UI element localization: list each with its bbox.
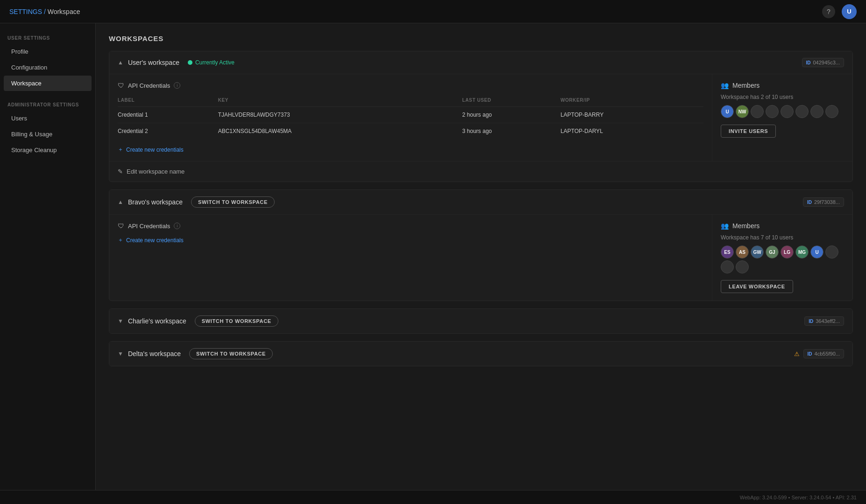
users-label: Users [11, 115, 27, 122]
member-avatars-users: U NW [721, 105, 844, 118]
avatar-empty-2 [766, 105, 779, 118]
avatar-GW: GW [751, 245, 764, 259]
avatar-empty-6 [825, 105, 838, 118]
sidebar-item-storage[interactable]: Storage Cleanup [4, 142, 92, 158]
workspace-status-active: Currently Active [188, 59, 234, 66]
admin-settings-section-label: ADMINISTRATOR SETTINGS [0, 98, 95, 110]
workspace-id-users: 042945c3... [813, 60, 840, 65]
layout: USER SETTINGS Profile Configuration Work… [0, 23, 866, 504]
col-last-used: LAST USED [462, 96, 561, 107]
avatar-AS: AS [736, 245, 749, 259]
delta-header-right: ⚠ ID 4cb55f90... [794, 349, 844, 358]
sidebar-item-users[interactable]: Users [4, 111, 92, 126]
id-label-charlie: ID [809, 319, 813, 324]
plus-icon: ＋ [118, 146, 123, 154]
chevron-up-icon-users[interactable]: ▲ [118, 59, 123, 66]
status-dot [188, 60, 192, 65]
topbar-breadcrumb: SETTINGS / Workspace [9, 8, 80, 15]
api-cred-header-bravo: 🛡 API Credentials i [118, 222, 703, 230]
switch-to-workspace-delta[interactable]: SWITCH TO WORKSPACE [189, 348, 273, 359]
create-credentials-link-bravo[interactable]: ＋ Create new credentials [118, 236, 703, 244]
chevron-up-icon-bravo[interactable]: ▲ [118, 199, 123, 205]
workspace-id-badge-charlie: ID 3643eff2... [804, 316, 844, 326]
main-content: WORKSPACES ▲ User's workspace Currently … [96, 23, 866, 504]
sidebar-item-configuration[interactable]: Configuration [4, 60, 92, 75]
people-icon-bravo: 👥 [721, 222, 729, 230]
billing-label: Billing & Usage [11, 131, 52, 138]
workspace-body-bravo: 🛡 API Credentials i ＋ Create new credent… [109, 214, 852, 301]
cred2-label: Credential 2 [118, 123, 218, 140]
workspace-card-users: ▲ User's workspace Currently Active ID 0… [109, 51, 853, 182]
workspace-name-bravo: Bravo's workspace [128, 198, 183, 206]
avatar-empty-b1 [825, 245, 838, 259]
workspace-card-bravo: ▲ Bravo's workspace SWITCH TO WORKSPACE … [109, 189, 853, 301]
switch-to-workspace-charlie[interactable]: SWITCH TO WORKSPACE [195, 315, 278, 327]
create-credentials-link-users[interactable]: ＋ Create new credentials [118, 146, 703, 154]
plus-icon-bravo: ＋ [118, 236, 123, 244]
chevron-down-icon-delta[interactable]: ▼ [118, 350, 123, 357]
info-icon-bravo[interactable]: i [174, 223, 180, 229]
credentials-table: LABEL KEY LAST USED WORKER/IP Credential… [118, 96, 703, 139]
footer-text: WebApp: 3.24.0-599 • Server: 3.24.0-54 •… [740, 495, 857, 500]
workspace-id-charlie: 3643eff2... [816, 318, 840, 324]
current-page-label: Workspace [48, 8, 80, 15]
avatar-U-bravo: U [810, 245, 823, 259]
workspace-id-badge-bravo: ID 29f73038... [803, 197, 844, 207]
members-count-bravo: Workspace has 7 of 10 users [721, 234, 844, 241]
id-label-delta: ID [808, 351, 812, 357]
avatar-NW: NW [736, 105, 749, 118]
help-icon[interactable]: ? [822, 5, 835, 18]
edit-name-label: Edit workspace name [127, 168, 185, 175]
workspace-header-bravo: ▲ Bravo's workspace SWITCH TO WORKSPACE … [109, 190, 852, 214]
topbar: SETTINGS / Workspace ? U [0, 0, 866, 23]
sidebar-item-profile[interactable]: Profile [4, 44, 92, 59]
col-key: KEY [218, 96, 462, 107]
member-avatars-bravo: ES AS GW GJ LG MG U [721, 245, 844, 273]
cred2-worker: LAPTOP-DARYL [561, 123, 703, 140]
breadcrumb-separator: / [42, 8, 48, 15]
topbar-icons: ? U [822, 4, 857, 19]
members-heading-bravo: Members [732, 222, 760, 230]
members-count-users: Workspace has 2 of 10 users [721, 94, 844, 100]
avatar-GJ: GJ [766, 245, 779, 259]
chevron-down-icon-charlie[interactable]: ▼ [118, 318, 123, 324]
workspace-name-delta: Delta's workspace [128, 350, 181, 357]
info-icon[interactable]: i [174, 82, 180, 89]
avatar-empty-b3 [736, 260, 749, 273]
switch-to-workspace-bravo[interactable]: SWITCH TO WORKSPACE [191, 196, 275, 208]
avatar-empty-4 [795, 105, 809, 118]
user-avatar[interactable]: U [842, 4, 857, 19]
credential-row-2: Credential 2 ABC1XNSGL54D8LAW45MA 3 hour… [118, 123, 703, 140]
id-label-bravo: ID [807, 200, 812, 205]
workspace-header-charlie: ▼ Charlie's workspace SWITCH TO WORKSPAC… [109, 309, 852, 333]
workspace-header-delta: ▼ Delta's workspace SWITCH TO WORKSPACE … [109, 342, 852, 366]
workspace-card-charlie: ▼ Charlie's workspace SWITCH TO WORKSPAC… [109, 308, 853, 334]
storage-label: Storage Cleanup [11, 147, 57, 154]
cred1-key: TJAHLVDER8LAWDGY7373 [218, 107, 462, 123]
shield-icon: 🛡 [118, 82, 124, 89]
shield-icon-bravo: 🛡 [118, 222, 124, 230]
workspace-body-users: 🛡 API Credentials i LABEL KEY LAST USED … [109, 74, 852, 161]
profile-label: Profile [11, 48, 28, 55]
api-cred-title: API Credentials [128, 82, 170, 89]
members-heading: Members [732, 82, 760, 89]
workspace-right-bravo: 👥 Members Workspace has 7 of 10 users ES… [712, 215, 852, 301]
avatar-empty-5 [810, 105, 823, 118]
members-title-bravo: 👥 Members [721, 222, 844, 230]
page-title: WORKSPACES [109, 35, 853, 42]
footer: WebApp: 3.24.0-599 • Server: 3.24.0-54 •… [0, 490, 866, 504]
avatar-U: U [721, 105, 734, 118]
id-label: ID [806, 60, 811, 65]
avatar-empty-1 [751, 105, 764, 118]
workspace-id-delta: 4cb55f90... [815, 351, 840, 357]
workspace-id-bravo: 29f73038... [814, 199, 840, 205]
invite-users-button[interactable]: INVITE USERS [721, 125, 776, 138]
edit-workspace-name-row[interactable]: ✎ Edit workspace name [109, 161, 852, 182]
user-settings-section-label: USER SETTINGS [0, 31, 95, 43]
leave-workspace-button[interactable]: LEAVE WORKSPACE [721, 280, 793, 293]
workspace-header-users: ▲ User's workspace Currently Active ID 0… [109, 51, 852, 74]
sidebar-item-workspace[interactable]: Workspace [4, 76, 92, 91]
workspace-name-charlie: Charlie's workspace [128, 317, 186, 325]
cred1-worker: LAPTOP-BARRY [561, 107, 703, 123]
sidebar-item-billing[interactable]: Billing & Usage [4, 126, 92, 142]
